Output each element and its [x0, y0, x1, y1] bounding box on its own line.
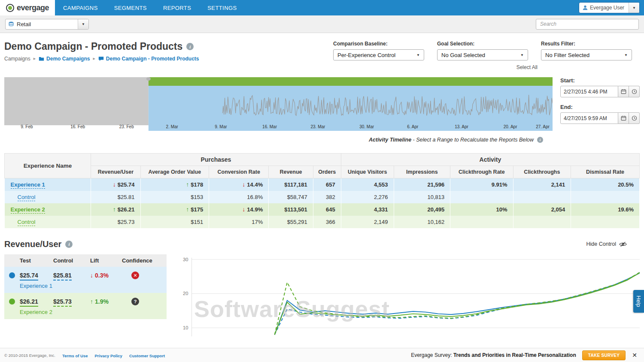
user-dropdown[interactable]: Evergage User ▼ [579, 2, 640, 13]
search-input[interactable] [536, 19, 639, 30]
down-arrow-icon: ↓ [90, 272, 93, 279]
start-date-input[interactable] [560, 86, 618, 97]
revenue-chart-svg[interactable]: 102030 [177, 254, 640, 340]
experience-link[interactable]: Experience 2 [11, 206, 45, 214]
goal-selection-select[interactable]: No Goal Selected ▼ [437, 49, 528, 60]
test-value: $25.74 [20, 272, 53, 279]
experience-link[interactable]: Control [18, 194, 36, 201]
timeline-info-icon[interactable]: i [537, 137, 543, 143]
results-filter-label: Results Filter: [541, 41, 632, 47]
user-dropdown-caret-icon[interactable]: ▼ [629, 3, 639, 13]
footer-link-privacy-policy[interactable]: Privacy Policy [94, 353, 122, 358]
up-arrow-icon: ↑ [113, 206, 116, 213]
lift-value: ↓0.3% [90, 272, 122, 279]
cell-value: 4,553 [374, 181, 388, 188]
table-cell: $153 [140, 191, 209, 203]
dataset-select[interactable]: Retail ▼ [5, 19, 89, 30]
end-date-input[interactable] [560, 112, 618, 124]
dataset-caret-icon[interactable]: ▼ [78, 19, 88, 29]
table-cell: ↓14.4% [209, 178, 269, 191]
control-value-text[interactable]: $25.81 [53, 272, 72, 281]
cell-value: 16.8% [247, 194, 263, 200]
control-value: $25.81 [53, 272, 90, 279]
table-cell: 2,276 [341, 191, 394, 203]
confidence-cell: ? [122, 298, 167, 305]
table-cell: $113,501 [269, 203, 313, 216]
test-column-header: Test [20, 257, 53, 264]
select-all-link[interactable]: Select All [516, 64, 538, 70]
experience-link[interactable]: Experience 1 [11, 181, 45, 189]
column-header[interactable]: Average Order Value [140, 166, 209, 178]
end-calendar-button[interactable] [618, 112, 629, 124]
start-time-button[interactable] [629, 86, 640, 97]
breadcrumb-campaigns[interactable]: Campaigns [4, 56, 30, 62]
survey-close-icon[interactable]: ✕ [632, 352, 637, 359]
table-cell: ↑$175 [140, 203, 209, 216]
comparison-baseline-select[interactable]: Per-Experience Control ▼ [333, 49, 424, 60]
nav-item-segments[interactable]: SEGMENTS [106, 0, 155, 15]
down-arrow-icon: ↓ [242, 181, 245, 188]
help-tab[interactable]: Help [633, 290, 644, 313]
cell-value: 366 [326, 219, 335, 225]
activity-timeline: 9. Feb16. Feb23. Feb2. Mar9. Mar16. Mar2… [4, 77, 553, 143]
table-cell: 366 [313, 216, 341, 228]
end-time-button[interactable] [629, 112, 640, 124]
test-value-text[interactable]: $25.74 [20, 272, 38, 281]
column-header[interactable]: Revenue [269, 166, 313, 178]
timeline-svg[interactable] [4, 77, 553, 131]
lift-text: 1.9% [95, 298, 109, 305]
database-icon [6, 21, 17, 27]
nav-item-settings[interactable]: SETTINGS [199, 0, 245, 15]
experience-link[interactable]: Control [18, 219, 36, 226]
breadcrumb-demo-campaigns[interactable]: Demo Campaigns [39, 56, 90, 62]
control-value-text[interactable]: $25.73 [53, 298, 72, 307]
range-start-handle[interactable] [146, 77, 151, 81]
legend-series-label[interactable]: Experience 2 [20, 309, 167, 315]
legend-series-label[interactable]: Experience 1 [20, 283, 167, 289]
up-arrow-icon: ↑ [186, 181, 189, 188]
timeline-caption: Activity Timeline - Select a Range to Re… [4, 137, 553, 143]
footer-link-terms-of-use[interactable]: Terms of Use [62, 353, 88, 358]
column-header[interactable]: Conversion Rate [209, 166, 269, 178]
nav-item-reports[interactable]: REPORTS [155, 0, 199, 15]
table-cell: 4,553 [341, 178, 394, 191]
hide-control-toggle[interactable]: Hide Control [586, 241, 627, 247]
survey-text: Evergage Survey: Trends and Priorities i… [411, 352, 576, 358]
table-cell: 20,495 [394, 203, 450, 216]
table-cell [571, 216, 640, 228]
nav-item-campaigns[interactable]: CAMPAIGNS [55, 0, 106, 15]
revenue-line-chart[interactable]: 102030 SoftwareSuggest [177, 254, 640, 340]
title-info-icon[interactable]: i [186, 43, 194, 50]
column-header[interactable]: Dismissal Rate [571, 166, 640, 178]
column-header[interactable]: Clickthrough Rate [450, 166, 513, 178]
column-header[interactable]: Orders [313, 166, 341, 178]
take-survey-button[interactable]: TAKE SURVEY [582, 350, 626, 360]
test-value-text[interactable]: $26.21 [20, 298, 38, 307]
activity-timeline-chart[interactable]: 9. Feb16. Feb23. Feb2. Mar9. Mar16. Mar2… [4, 77, 553, 131]
calendar-icon [621, 89, 626, 94]
results-filter-select[interactable]: No Filter Selected ▼ [541, 49, 632, 60]
column-header[interactable]: Clickthroughs [513, 166, 571, 178]
table-cell: ↑$178 [140, 178, 209, 191]
table-row: Control$25.81$15316.8%$58,7473822,27610,… [5, 191, 640, 203]
breadcrumb-current-campaign[interactable]: Demo Campaign - Promoted Products [98, 56, 199, 62]
start-calendar-button[interactable] [618, 86, 629, 97]
column-header[interactable]: Unique Visitors [341, 166, 394, 178]
footer-link-customer-support[interactable]: Customer Support [129, 353, 165, 358]
end-date-group [560, 112, 640, 124]
table-cell: 20.5% [571, 178, 640, 191]
page-header-row: Demo Campaign - Promoted Products i Camp… [4, 41, 640, 70]
failed-confidence-icon: ✕ [131, 272, 139, 279]
revenue-info-icon[interactable]: i [65, 241, 73, 248]
user-icon [579, 5, 588, 11]
cell-value: $175 [191, 206, 203, 213]
column-header[interactable]: Impressions [394, 166, 450, 178]
table-cell [571, 191, 640, 203]
page-content: Demo Campaign - Promoted Products i Camp… [0, 41, 644, 340]
cell-value: 9.91% [492, 181, 507, 188]
table-cell: 10,162 [394, 216, 450, 228]
evergage-logo[interactable]: evergage [0, 0, 55, 15]
table-cell: 10,813 [394, 191, 450, 203]
column-header[interactable]: Revenue/User [91, 166, 140, 178]
table-cell [450, 191, 513, 203]
